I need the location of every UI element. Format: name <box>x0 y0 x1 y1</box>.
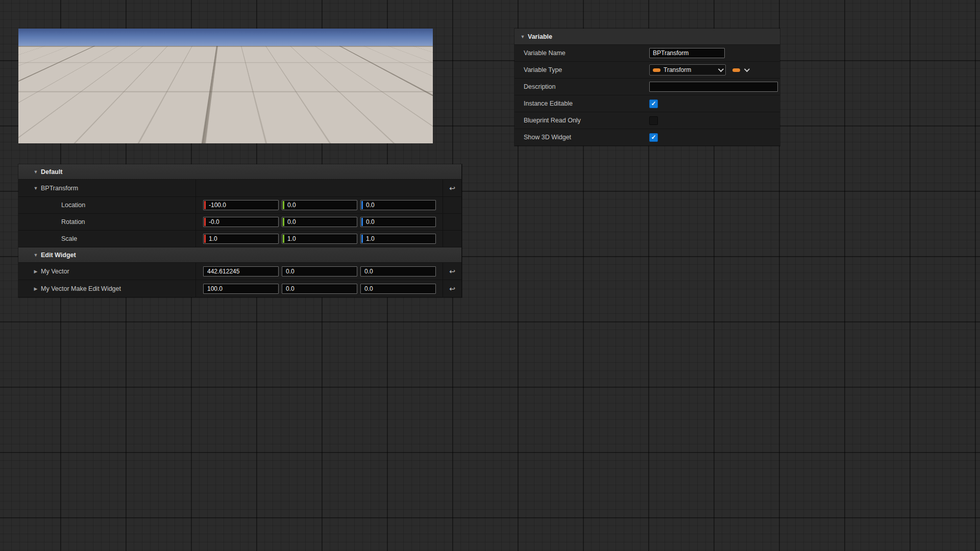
chevron-down-icon <box>744 66 750 72</box>
property-row-location: Location <box>18 197 461 214</box>
section-header-variable[interactable]: ▼ Variable <box>514 29 780 45</box>
blueprint-read-only-row: Blueprint Read Only ✓ <box>514 112 780 129</box>
scale-y-field[interactable] <box>282 234 357 244</box>
variable-name-label: Variable Name <box>514 49 649 57</box>
rotation-x-field[interactable] <box>203 217 279 227</box>
location-z-field[interactable] <box>360 200 436 210</box>
variable-panel: ▼ Variable Variable Name Variable Type T… <box>514 29 780 146</box>
chevron-right-icon[interactable]: ▶ <box>31 286 41 291</box>
chevron-down-icon[interactable]: ▼ <box>518 34 528 39</box>
chevron-down-icon[interactable]: ▼ <box>31 169 41 174</box>
property-label-my-vector: My Vector <box>41 268 69 275</box>
blueprint-editor-canvas: BPTransform MyVector_MakeEditWidget ▼ De… <box>0 0 980 551</box>
viewport-3d[interactable]: BPTransform MyVector_MakeEditWidget <box>18 29 433 143</box>
actor-label-bptransform: BPTransform <box>84 104 118 110</box>
property-row-rotation: Rotation <box>18 214 461 231</box>
my-vector-y-field[interactable] <box>282 266 357 277</box>
show-3d-widget-label: Show 3D Widget <box>514 134 649 141</box>
reset-icon: ↩ <box>449 267 455 276</box>
my-vector-z-field[interactable] <box>360 266 436 277</box>
description-row: Description <box>514 79 780 95</box>
reset-to-default-button[interactable]: ↩ <box>443 263 461 280</box>
viewport-sky <box>18 29 433 47</box>
widget-selection-ring <box>195 73 243 121</box>
property-label-rotation: Rotation <box>61 218 85 226</box>
description-input[interactable] <box>649 82 778 92</box>
my-vector-make-edit-widget-x-field[interactable] <box>203 284 279 294</box>
reset-icon: ↩ <box>449 184 455 192</box>
property-label-bptransform: BPTransform <box>41 185 78 192</box>
check-icon: ✓ <box>651 134 656 140</box>
blueprint-read-only-checkbox[interactable]: ✓ <box>649 116 658 125</box>
location-x-field[interactable] <box>203 200 279 210</box>
blueprint-read-only-label: Blueprint Read Only <box>514 117 649 124</box>
variable-name-input[interactable] <box>649 48 725 58</box>
check-icon: ✓ <box>651 101 656 107</box>
container-type-dropdown[interactable] <box>729 64 750 76</box>
variable-name-row: Variable Name <box>514 45 780 62</box>
property-row-my-vector-make-edit-widget: ▶ My Vector Make Edit Widget ↩ <box>18 280 461 297</box>
property-row-bptransform: ▼ BPTransform ↩ <box>18 180 461 197</box>
chevron-down-icon[interactable]: ▼ <box>31 253 41 258</box>
scale-z-field[interactable] <box>360 234 436 244</box>
details-panel: ▼ Default ▼ BPTransform ↩ Location <box>18 164 462 297</box>
rotation-y-field[interactable] <box>282 217 357 227</box>
transform-type-pin-icon <box>653 68 660 72</box>
instance-editable-checkbox[interactable]: ✓ <box>649 99 658 108</box>
my-vector-x-field[interactable] <box>203 266 279 277</box>
section-header-default[interactable]: ▼ Default <box>18 164 461 180</box>
location-y-field[interactable] <box>282 200 357 210</box>
property-label-location: Location <box>61 202 85 209</box>
variable-type-value: Transform <box>664 66 691 73</box>
variable-type-dropdown[interactable]: Transform <box>649 64 726 76</box>
my-vector-make-edit-widget-y-field[interactable] <box>282 284 357 294</box>
rotation-z-field[interactable] <box>360 217 436 227</box>
actor-label-myvector-makeeditwidget: MyVector_MakeEditWidget <box>340 97 410 103</box>
property-label-scale: Scale <box>61 235 77 242</box>
property-row-my-vector: ▶ My Vector ↩ <box>18 263 461 280</box>
section-title: Edit Widget <box>41 252 76 259</box>
property-row-scale: Scale <box>18 231 461 247</box>
chevron-right-icon[interactable]: ▶ <box>31 269 41 274</box>
panel-title: Variable <box>528 33 552 40</box>
chevron-down-icon[interactable]: ▼ <box>31 186 41 191</box>
chevron-down-icon <box>718 66 724 72</box>
show-3d-widget-row: Show 3D Widget ✓ <box>514 129 780 146</box>
section-title: Default <box>41 168 62 176</box>
show-3d-widget-checkbox[interactable]: ✓ <box>649 133 658 142</box>
reset-to-default-button[interactable]: ↩ <box>443 280 461 297</box>
variable-type-label: Variable Type <box>514 66 649 73</box>
my-vector-make-edit-widget-z-field[interactable] <box>360 284 436 294</box>
section-header-edit-widget[interactable]: ▼ Edit Widget <box>18 247 461 263</box>
reset-to-default-button[interactable]: ↩ <box>443 180 461 196</box>
instance-editable-label: Instance Editable <box>514 100 649 107</box>
variable-type-row: Variable Type Transform <box>514 62 780 79</box>
instance-editable-row: Instance Editable ✓ <box>514 95 780 112</box>
scale-x-field[interactable] <box>203 234 279 244</box>
description-label: Description <box>514 83 649 90</box>
property-label-my-vector-make-edit-widget: My Vector Make Edit Widget <box>41 285 121 292</box>
transform-type-pin-icon <box>732 68 740 72</box>
reset-icon: ↩ <box>449 285 455 293</box>
